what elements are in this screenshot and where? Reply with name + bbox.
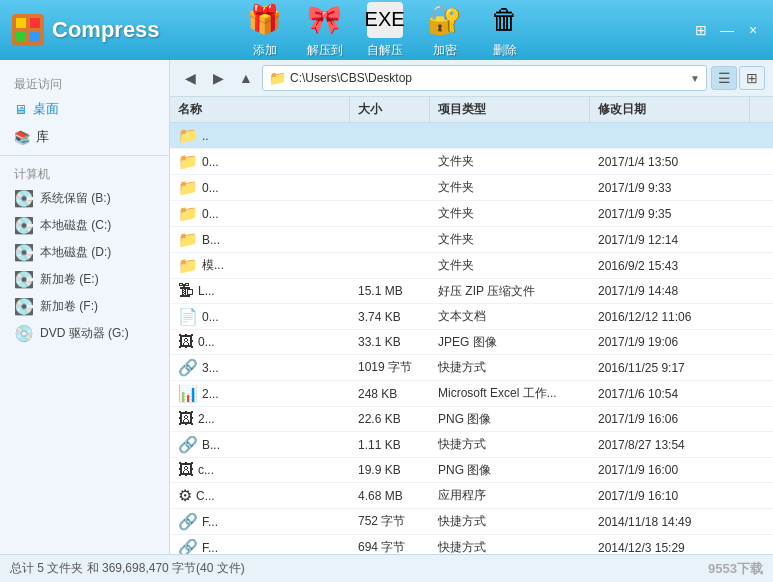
header-date[interactable]: 修改日期	[590, 97, 750, 122]
file-type: PNG 图像	[438, 462, 491, 479]
file-list-header: 名称 大小 项目类型 修改日期	[170, 97, 773, 123]
self-extract-label: 自解压	[367, 42, 403, 59]
watermark: 9553下载	[708, 560, 763, 578]
encrypt-button[interactable]: 🔐 加密	[420, 2, 470, 59]
delete-button[interactable]: 🗑 删除	[480, 2, 530, 59]
file-date-cell: 2014/12/3 15:29	[590, 535, 750, 554]
table-row[interactable]: 🔗 F... 752 字节 快捷方式 2014/11/18 14:49	[170, 509, 773, 535]
file-name-cell: 📊 2...	[170, 381, 350, 406]
file-name-cell: 📁 ..	[170, 123, 350, 148]
file-type-cell: 应用程序	[430, 483, 590, 508]
file-name: 模...	[202, 257, 224, 274]
close-button[interactable]: ×	[743, 22, 763, 38]
file-name: B...	[202, 233, 220, 247]
file-size-cell: 33.1 KB	[350, 330, 430, 354]
file-type-icon: 🖼	[178, 333, 194, 351]
desktop-icon: 🖥	[14, 102, 27, 117]
table-row[interactable]: 📁 B... 文件夹 2017/1/9 12:14	[170, 227, 773, 253]
table-row[interactable]: 🖼 2... 22.6 KB PNG 图像 2017/1/9 16:06	[170, 407, 773, 432]
header-type[interactable]: 项目类型	[430, 97, 590, 122]
drive-e-label: 新加卷 (E:)	[40, 271, 99, 288]
table-row[interactable]: 🔗 3... 1019 字节 快捷方式 2016/11/25 9:17	[170, 355, 773, 381]
path-dropdown-icon[interactable]: ▼	[690, 73, 700, 84]
file-name-cell: 📁 0...	[170, 175, 350, 200]
self-extract-button[interactable]: EXE 自解压	[360, 2, 410, 59]
file-name-cell: 📁 0...	[170, 201, 350, 226]
folder-path-icon: 📁	[269, 70, 286, 86]
file-type-cell: 快捷方式	[430, 535, 590, 554]
sidebar-drive-b[interactable]: 💽 系统保留 (B:)	[0, 185, 169, 212]
file-date-cell: 2017/1/9 16:06	[590, 407, 750, 431]
drive-b-icon: 💽	[14, 189, 34, 208]
file-date-cell: 2017/1/9 19:06	[590, 330, 750, 354]
drive-c-label: 本地磁盘 (C:)	[40, 217, 111, 234]
file-size: 752 字节	[358, 513, 405, 530]
grid-view-button[interactable]: ⊞	[739, 66, 765, 90]
back-button[interactable]: ◀	[178, 66, 202, 90]
file-date: 2017/1/9 9:33	[598, 181, 671, 195]
file-date: 2017/1/9 14:48	[598, 284, 678, 298]
path-bar[interactable]: 📁 C:\Users\CBS\Desktop ▼	[262, 65, 707, 91]
up-button[interactable]: ▲	[234, 66, 258, 90]
file-type-icon: 🖼	[178, 461, 194, 479]
sidebar-drive-g[interactable]: 💿 DVD 驱动器 (G:)	[0, 320, 169, 347]
sidebar-drive-f[interactable]: 💽 新加卷 (F:)	[0, 293, 169, 320]
file-type-cell: 快捷方式	[430, 432, 590, 457]
table-row[interactable]: ⚙ C... 4.68 MB 应用程序 2017/1/9 16:10	[170, 483, 773, 509]
table-row[interactable]: 📁 模... 文件夹 2016/9/2 15:43	[170, 253, 773, 279]
sidebar-drive-d[interactable]: 💽 本地磁盘 (D:)	[0, 239, 169, 266]
file-type: 文本文档	[438, 308, 486, 325]
add-button[interactable]: 🎁 添加	[240, 2, 290, 59]
sidebar-drive-c[interactable]: 💽 本地磁盘 (C:)	[0, 212, 169, 239]
file-date: 2014/12/3 15:29	[598, 541, 685, 555]
file-type: 文件夹	[438, 153, 474, 170]
table-row[interactable]: 🖼 c... 19.9 KB PNG 图像 2017/1/9 16:00	[170, 458, 773, 483]
file-date: 2016/9/2 15:43	[598, 259, 678, 273]
file-type: PNG 图像	[438, 411, 491, 428]
table-row[interactable]: 📁 0... 文件夹 2017/1/9 9:35	[170, 201, 773, 227]
title-controls: ⊞ — ×	[691, 22, 763, 38]
table-row[interactable]: 📁 0... 文件夹 2017/1/4 13:50	[170, 149, 773, 175]
file-type-cell	[430, 123, 590, 148]
forward-button[interactable]: ▶	[206, 66, 230, 90]
file-name-cell: 📁 B...	[170, 227, 350, 252]
drive-d-icon: 💽	[14, 243, 34, 262]
file-name-cell: 📁 0...	[170, 149, 350, 174]
sidebar-drive-e[interactable]: 💽 新加卷 (E:)	[0, 266, 169, 293]
table-row[interactable]: 📁 0... 文件夹 2017/1/9 9:33	[170, 175, 773, 201]
file-rows-container: 📁 .. 📁 0... 文件夹 201	[170, 123, 773, 554]
table-row[interactable]: 🔗 B... 1.11 KB 快捷方式 2017/8/27 13:54	[170, 432, 773, 458]
list-view-button[interactable]: ☰	[711, 66, 737, 90]
table-row[interactable]: 📁 ..	[170, 123, 773, 149]
minimize-button[interactable]: —	[717, 22, 737, 38]
file-type-cell: 快捷方式	[430, 355, 590, 380]
file-date: 2017/1/9 16:10	[598, 489, 678, 503]
file-type-icon: 🗜	[178, 282, 194, 300]
file-date-cell: 2016/12/12 11:06	[590, 304, 750, 329]
header-size[interactable]: 大小	[350, 97, 430, 122]
file-date: 2017/1/9 19:06	[598, 335, 678, 349]
file-name: 3...	[202, 361, 219, 375]
table-row[interactable]: 🖼 0... 33.1 KB JPEG 图像 2017/1/9 19:06	[170, 330, 773, 355]
sidebar-desktop-label: 桌面	[33, 100, 59, 118]
forward-icon: ▶	[213, 70, 224, 86]
list-view-icon: ☰	[718, 70, 731, 86]
file-name: 2...	[198, 412, 215, 426]
table-row[interactable]: 📊 2... 248 KB Microsoft Excel 工作... 2017…	[170, 381, 773, 407]
nav-bar: ◀ ▶ ▲ 📁 C:\Users\CBS\Desktop ▼ ☰ ⊞	[170, 60, 773, 97]
file-type-cell: 文件夹	[430, 175, 590, 200]
file-name-cell: 🗜 L...	[170, 279, 350, 303]
file-size-cell: 22.6 KB	[350, 407, 430, 431]
extract-button[interactable]: 🎀 解压到	[300, 2, 350, 59]
file-size-cell: 694 字节	[350, 535, 430, 554]
table-row[interactable]: 🔗 F... 694 字节 快捷方式 2014/12/3 15:29	[170, 535, 773, 554]
table-row[interactable]: 🗜 L... 15.1 MB 好压 ZIP 压缩文件 2017/1/9 14:4…	[170, 279, 773, 304]
header-name[interactable]: 名称	[170, 97, 350, 122]
sidebar-item-library[interactable]: 📚 库	[0, 123, 169, 151]
extract-label: 解压到	[307, 42, 343, 59]
view-toggle-icon[interactable]: ⊞	[691, 22, 711, 38]
sidebar-item-desktop[interactable]: 🖥 桌面	[0, 95, 169, 123]
file-date: 2017/1/6 10:54	[598, 387, 678, 401]
svg-rect-2	[30, 18, 40, 28]
table-row[interactable]: 📄 0... 3.74 KB 文本文档 2016/12/12 11:06	[170, 304, 773, 330]
